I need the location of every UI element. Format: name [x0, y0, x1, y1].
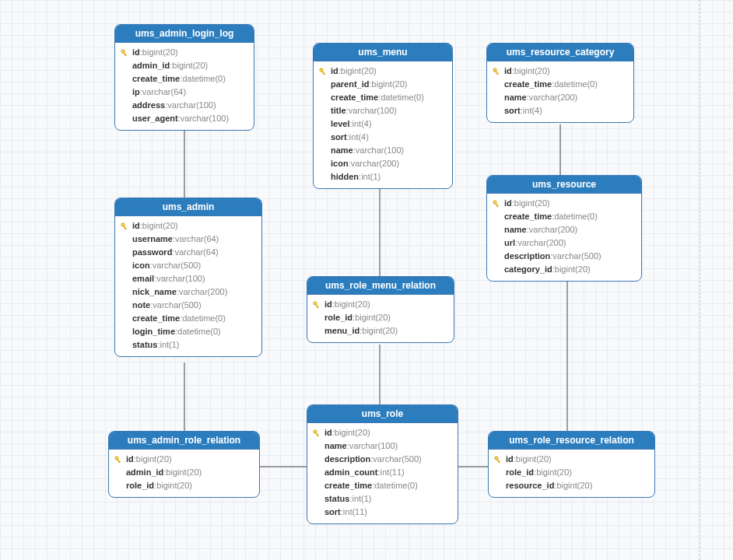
entity-ums_role[interactable]: ums_roleid: bigint(20)name: varchar(100)… [307, 404, 458, 524]
column-row[interactable]: id: bigint(20) [318, 65, 447, 78]
column-row[interactable]: create_time: datetime(0) [318, 91, 447, 104]
column-row[interactable]: id: bigint(20) [312, 298, 449, 311]
entity-header[interactable]: ums_admin_login_log [115, 25, 254, 43]
column-type: int(1) [160, 338, 179, 352]
column-type: bigint(20) [335, 426, 370, 439]
column-type: datetime(0) [177, 325, 221, 338]
column-row[interactable]: category_id: bigint(20) [492, 263, 637, 276]
column-row[interactable]: id: bigint(20) [492, 197, 637, 210]
column-row[interactable]: nick_name: varchar(200) [120, 285, 257, 299]
column-name: parent_id [331, 78, 370, 91]
column-row[interactable]: sort: int(4) [318, 131, 447, 144]
column-row[interactable]: sort: int(11) [312, 506, 453, 519]
column-row[interactable]: icon: varchar(500) [120, 259, 257, 272]
column-row[interactable]: create_time: datetime(0) [120, 312, 257, 325]
column-row[interactable]: login_time: datetime(0) [120, 325, 257, 338]
entity-header[interactable]: ums_menu [314, 44, 452, 61]
column-row[interactable]: name: varchar(100) [318, 144, 447, 157]
column-row[interactable]: title: varchar(100) [318, 104, 447, 117]
column-row[interactable]: name: varchar(100) [312, 439, 453, 453]
column-row[interactable]: description: varchar(500) [492, 250, 637, 263]
column-row[interactable]: id: bigint(20) [120, 46, 249, 59]
entity-header[interactable]: ums_role_menu_relation [307, 277, 454, 295]
column-name: note [132, 299, 150, 312]
column-row[interactable]: admin_id: bigint(20) [114, 466, 254, 479]
entity-ums_role_resource_relation[interactable]: ums_role_resource_relationid: bigint(20)… [488, 431, 655, 498]
column-row[interactable]: create_time: datetime(0) [120, 72, 249, 86]
column-row[interactable]: user_agent: varchar(100) [120, 112, 249, 125]
column-type: bigint(20) [514, 197, 550, 210]
column-name: id [331, 65, 338, 78]
entity-header[interactable]: ums_admin_role_relation [109, 432, 259, 450]
column-name: username [132, 233, 173, 246]
column-name: address [132, 99, 165, 112]
column-row[interactable]: create_time: datetime(0) [492, 78, 629, 91]
column-row[interactable]: hidden: int(1) [318, 170, 447, 184]
column-name: id [504, 65, 512, 78]
column-row[interactable]: admin_id: bigint(20) [120, 59, 249, 72]
entity-header[interactable]: ums_role_resource_relation [489, 432, 654, 450]
column-row[interactable]: name: varchar(200) [492, 223, 637, 236]
column-row[interactable]: level: int(4) [318, 117, 447, 131]
entity-header[interactable]: ums_resource [487, 176, 641, 194]
column-row[interactable]: username: varchar(64) [120, 233, 257, 246]
entity-ums_admin_login_log[interactable]: ums_admin_login_logid: bigint(20)admin_i… [114, 24, 254, 131]
entity-header[interactable]: ums_admin [115, 198, 261, 216]
column-type: bigint(20) [556, 479, 592, 492]
column-row[interactable]: id: bigint(20) [492, 65, 629, 78]
column-type: int(4) [349, 131, 369, 144]
svg-point-5 [321, 69, 322, 71]
column-row[interactable]: icon: varchar(200) [318, 157, 447, 170]
column-row[interactable]: role_id: bigint(20) [114, 479, 254, 492]
column-row[interactable]: url: varchar(200) [492, 236, 637, 250]
column-row[interactable]: create_time: datetime(0) [312, 479, 453, 492]
column-row[interactable]: role_id: bigint(20) [493, 466, 650, 479]
column-type: bigint(20) [136, 453, 172, 466]
entity-ums_resource[interactable]: ums_resourceid: bigint(20)create_time: d… [486, 175, 642, 282]
primary-key-icon [114, 455, 126, 464]
column-row[interactable]: role_id: bigint(20) [312, 311, 449, 324]
column-row[interactable]: id: bigint(20) [493, 453, 650, 466]
column-row[interactable]: id: bigint(20) [114, 453, 254, 466]
column-row[interactable]: ip: varchar(64) [120, 86, 249, 99]
column-row[interactable]: parent_id: bigint(20) [318, 78, 447, 91]
column-type: datetime(0) [182, 72, 226, 86]
column-row[interactable]: menu_id: bigint(20) [312, 324, 449, 338]
column-name: id [132, 219, 140, 233]
column-type: int(4) [352, 117, 372, 131]
column-name: status [324, 492, 349, 506]
entity-ums_resource_category[interactable]: ums_resource_categoryid: bigint(20)creat… [486, 43, 634, 123]
column-row[interactable]: status: int(1) [120, 338, 257, 352]
column-row[interactable]: status: int(1) [312, 492, 453, 506]
column-type: bigint(20) [516, 453, 552, 466]
entity-ums_admin_role_relation[interactable]: ums_admin_role_relationid: bigint(20)adm… [108, 431, 260, 498]
entity-ums_role_menu_relation[interactable]: ums_role_menu_relationid: bigint(20)role… [307, 276, 454, 343]
column-row[interactable]: id: bigint(20) [120, 219, 257, 233]
er-diagram-canvas[interactable]: ums_admin_login_logid: bigint(20)admin_i… [0, 0, 733, 560]
column-row[interactable]: address: varchar(100) [120, 99, 249, 112]
column-row[interactable]: password: varchar(64) [120, 246, 257, 259]
column-row[interactable]: description: varchar(500) [312, 453, 453, 466]
primary-key-icon [120, 48, 132, 58]
column-name: password [132, 246, 172, 259]
column-row[interactable]: admin_count: int(11) [312, 466, 453, 479]
column-row[interactable]: create_time: datetime(0) [492, 210, 637, 223]
entity-body: id: bigint(20)role_id: bigint(20)resourc… [489, 450, 654, 497]
column-row[interactable]: email: varchar(100) [120, 272, 257, 285]
column-row[interactable]: sort: int(4) [492, 104, 629, 117]
column-row[interactable]: resource_id: bigint(20) [493, 479, 650, 492]
entity-header[interactable]: ums_resource_category [487, 44, 633, 61]
column-row[interactable]: id: bigint(20) [312, 426, 453, 439]
entity-header[interactable]: ums_role [307, 405, 458, 423]
entity-ums_admin[interactable]: ums_adminid: bigint(20)username: varchar… [114, 198, 262, 357]
column-name: id [324, 426, 332, 439]
column-row[interactable]: name: varchar(200) [492, 91, 629, 104]
column-type: varchar(200) [529, 91, 577, 104]
column-row[interactable]: note: varchar(500) [120, 299, 257, 312]
column-type: varchar(200) [351, 157, 399, 170]
column-name: name [504, 223, 527, 236]
entity-ums_menu[interactable]: ums_menuid: bigint(20)parent_id: bigint(… [313, 43, 453, 189]
column-type: varchar(200) [517, 236, 566, 250]
column-name: sort [324, 506, 341, 519]
entity-body: id: bigint(20)create_time: datetime(0)na… [487, 194, 641, 281]
